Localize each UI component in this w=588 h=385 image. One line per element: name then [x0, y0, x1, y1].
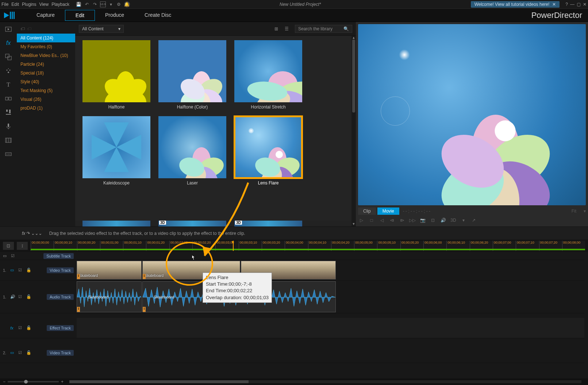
- track-enable-icon[interactable]: ☑: [11, 254, 17, 258]
- track-area[interactable]: Skateboard i Skateboard i Skateboard i S…: [77, 252, 584, 384]
- playhead[interactable]: [233, 241, 234, 251]
- notification-icon[interactable]: 🔔: [124, 1, 130, 7]
- menu-playback[interactable]: Playback: [51, 2, 69, 7]
- subtitle-room-icon[interactable]: [3, 149, 14, 159]
- zoom-in-icon[interactable]: +: [61, 379, 64, 384]
- play-icon[interactable]: ▷: [358, 218, 365, 223]
- chapter-room-icon[interactable]: [3, 135, 14, 145]
- undock-icon[interactable]: ↗: [470, 218, 477, 223]
- effect-track-lane[interactable]: [77, 318, 584, 338]
- settings-icon[interactable]: ⚙: [116, 1, 122, 7]
- fx-track-icon[interactable]: fx: [10, 326, 16, 330]
- video-clip-1[interactable]: Skateboard i: [77, 261, 142, 279]
- menu-view[interactable]: View: [39, 2, 49, 7]
- cat-all-content[interactable]: All Content (124): [17, 34, 75, 42]
- aspect-icon[interactable]: 16:9: [100, 1, 106, 7]
- quality-icon[interactable]: ⊡: [430, 218, 436, 223]
- movie-mode-button[interactable]: Movie: [377, 207, 399, 215]
- fx-room-icon[interactable]: fx: [3, 38, 14, 48]
- effect-horizontal-stretch[interactable]: Horizontal Stretch: [234, 40, 302, 110]
- track-lock-icon[interactable]: 🔓: [26, 294, 32, 299]
- track-name[interactable]: Video Track: [47, 267, 74, 273]
- cat-style[interactable]: Style (40): [17, 77, 75, 86]
- effect-lens-flare[interactable]: Lens Flare: [234, 116, 302, 186]
- track-lock-icon[interactable]: 🔓: [26, 350, 32, 355]
- volume-icon[interactable]: 🔊: [440, 218, 446, 223]
- tab-create-disc[interactable]: Create Disc: [134, 10, 181, 21]
- cat-special[interactable]: Special (18): [17, 69, 75, 77]
- save-icon[interactable]: 💾: [76, 1, 82, 7]
- track-view-icon[interactable]: ▭: [3, 254, 9, 258]
- scroll-down-icon[interactable]: ▼: [351, 222, 356, 226]
- pip-room-icon[interactable]: [3, 52, 14, 62]
- audio-track-lane[interactable]: Skateboard i Skateboard i: [77, 281, 584, 313]
- time-ruler[interactable]: 00;00;00;0000;00;00;1000;00;00;2000;00;0…: [31, 241, 585, 251]
- effect-laser[interactable]: Laser: [158, 116, 226, 186]
- redo-icon[interactable]: ↷: [92, 1, 98, 7]
- video-track-icon[interactable]: ▭: [10, 268, 16, 272]
- maximize-icon[interactable]: ▢: [577, 2, 581, 7]
- zoom-out-icon[interactable]: −: [3, 379, 5, 384]
- undo-icon[interactable]: ↶: [84, 1, 90, 7]
- zoom-thumb[interactable]: [24, 380, 28, 384]
- close-welcome-icon[interactable]: ✕: [552, 2, 556, 7]
- split-icon[interactable]: ▾: [108, 1, 114, 7]
- tab-capture[interactable]: Capture: [26, 10, 65, 21]
- step-forward-icon[interactable]: ⧐: [399, 218, 406, 223]
- effect-peek[interactable]: [82, 221, 150, 226]
- hscroll-thumb[interactable]: [69, 380, 249, 383]
- library-search[interactable]: Search the library 🔍: [295, 25, 352, 33]
- track-name[interactable]: Video Track: [47, 350, 74, 356]
- media-room-icon[interactable]: [3, 24, 14, 34]
- video-track-icon[interactable]: ▭: [10, 350, 16, 355]
- voice-room-icon[interactable]: [3, 121, 14, 131]
- menu-edit[interactable]: Edit: [11, 2, 19, 7]
- three-d-chevron-icon[interactable]: ▾: [460, 218, 467, 223]
- grid-view-icon[interactable]: ⊞: [274, 26, 281, 31]
- library-filter-dropdown[interactable]: All Content ▾: [79, 25, 124, 33]
- zoom-slider[interactable]: [8, 381, 59, 382]
- track-name[interactable]: Subtitle Track: [43, 253, 74, 259]
- cat-favorites[interactable]: My Favorites (0): [17, 42, 75, 51]
- track-enable-icon[interactable]: ☑: [18, 294, 24, 299]
- clip-mode-button[interactable]: Clip: [358, 207, 376, 215]
- track-lock-icon[interactable]: 🔓: [26, 325, 32, 330]
- subtitle-track-lane[interactable]: [77, 252, 584, 260]
- effect-halftone-color[interactable]: Halftone (Color): [158, 40, 226, 110]
- three-d-icon[interactable]: 3D: [450, 218, 457, 223]
- close-icon[interactable]: ✕: [583, 2, 587, 7]
- title-room-icon[interactable]: T: [3, 80, 14, 90]
- audio-room-icon[interactable]: [3, 107, 14, 118]
- track-enable-icon[interactable]: ☑: [18, 325, 24, 330]
- cat-particle[interactable]: Particle (24): [17, 60, 75, 69]
- snapshot-icon[interactable]: 📷: [419, 218, 426, 223]
- fit-dropdown[interactable]: Fit▾: [572, 209, 586, 214]
- library-scrollbar[interactable]: ▲ ▼: [351, 36, 356, 226]
- timeline-view-icon[interactable]: ⊡: [3, 242, 14, 250]
- effect-peek-3d[interactable]: 3D: [158, 221, 226, 226]
- particle-room-icon[interactable]: [3, 66, 14, 76]
- cat-prodad[interactable]: proDAD (1): [17, 104, 75, 113]
- track-name[interactable]: Effect Track: [47, 325, 74, 331]
- track-enable-icon[interactable]: ☑: [18, 350, 24, 355]
- cat-textmasking[interactable]: Text Masking (5): [17, 86, 75, 95]
- stop-icon[interactable]: □: [368, 218, 375, 223]
- next-frame-icon[interactable]: ▷▷: [409, 218, 416, 223]
- transition-room-icon[interactable]: [3, 94, 14, 104]
- cat-visual[interactable]: Visual (26): [17, 95, 75, 104]
- video-track-2-lane[interactable]: [77, 343, 584, 363]
- marker-icon[interactable]: ⟟: [17, 242, 28, 250]
- effect-kaleidoscope[interactable]: Kaleidoscope: [82, 116, 150, 186]
- scrollbar-thumb[interactable]: [352, 39, 355, 113]
- minimize-icon[interactable]: —: [570, 2, 574, 7]
- tag-manage-icon[interactable]: 🏷: [27, 26, 31, 31]
- effect-halftone[interactable]: Halftone: [82, 40, 150, 110]
- help-icon[interactable]: ?: [565, 2, 568, 7]
- menu-file[interactable]: File: [1, 2, 8, 7]
- welcome-banner[interactable]: Welcome! View all tutorial videos here! …: [471, 1, 560, 8]
- effect-peek-3d[interactable]: 3D: [234, 221, 302, 226]
- tab-produce[interactable]: Produce: [95, 10, 134, 21]
- menu-plugins[interactable]: Plugins: [22, 2, 36, 7]
- audio-clip-1[interactable]: Skateboard i: [77, 281, 142, 312]
- horizontal-scrollbar[interactable]: [69, 380, 581, 383]
